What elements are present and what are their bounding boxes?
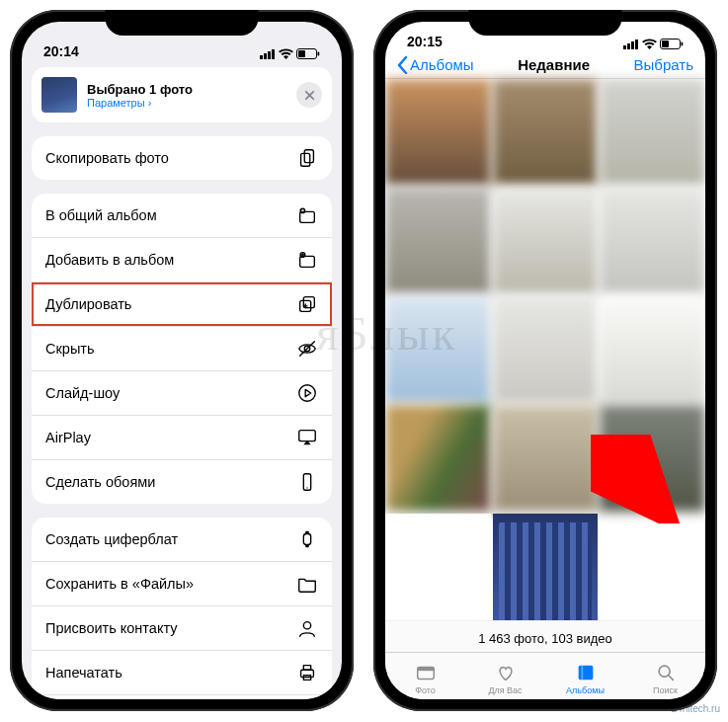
photo-thumb[interactable] <box>385 514 491 620</box>
select-button[interactable]: Выбрать <box>634 56 693 73</box>
photo-thumb[interactable] <box>600 405 705 512</box>
tab-search[interactable]: Поиск <box>625 653 705 699</box>
svg-rect-35 <box>682 42 684 46</box>
svg-rect-29 <box>623 45 626 49</box>
svg-rect-34 <box>662 40 669 47</box>
photo-thumb[interactable] <box>600 296 705 403</box>
library-status: 1 463 фото, 103 видео <box>385 620 705 652</box>
tab-albums[interactable]: Альбомы <box>545 653 625 699</box>
action-group: Скопировать фото <box>32 136 332 180</box>
svg-point-18 <box>299 385 316 402</box>
photo-thumb[interactable] <box>600 188 705 294</box>
action-copy[interactable]: Скопировать фото <box>32 136 332 180</box>
action-label: Слайд-шоу <box>45 385 120 401</box>
wallpaper-icon <box>296 471 318 493</box>
contact-icon <box>296 617 318 639</box>
svg-rect-1 <box>264 53 267 59</box>
svg-rect-27 <box>303 666 310 671</box>
back-label: Альбомы <box>410 56 474 73</box>
photo-thumb[interactable] <box>385 188 491 294</box>
action-group: Создать циферблатСохранить в «Файлы»Прис… <box>32 518 332 699</box>
action-label: Сделать обоями <box>45 474 155 490</box>
svg-line-17 <box>300 342 315 357</box>
action-hide[interactable]: Скрыть <box>32 327 332 371</box>
selected-thumbnail[interactable] <box>41 77 77 113</box>
status-time: 20:15 <box>407 34 443 49</box>
action-contact[interactable]: Присвоить контакту <box>32 606 332 651</box>
left-phone: 20:14 Выбрано 1 фото Параметры › Скопиро… <box>10 10 354 711</box>
action-files[interactable]: Сохранить в «Файлы» <box>32 562 332 606</box>
svg-rect-6 <box>318 52 320 56</box>
watchface-icon <box>296 528 318 550</box>
sheet-title: Выбрано 1 фото <box>87 82 193 97</box>
airplay-icon <box>296 427 318 448</box>
svg-rect-12 <box>300 256 315 267</box>
svg-point-25 <box>303 622 310 629</box>
svg-rect-22 <box>303 534 310 545</box>
slideshow-icon <box>296 382 318 404</box>
action-acrobat[interactable]: Импорт в Acrobat <box>32 695 332 699</box>
photo-thumb[interactable] <box>493 296 599 403</box>
action-label: Присвоить контакту <box>45 620 177 636</box>
photo-thumb[interactable] <box>493 188 599 294</box>
back-button[interactable]: Альбомы <box>397 56 474 74</box>
action-wallpaper[interactable]: Сделать обоями <box>32 460 332 504</box>
action-label: Скопировать фото <box>45 150 169 166</box>
svg-rect-24 <box>305 545 309 548</box>
nav-title: Недавние <box>518 56 590 73</box>
tab-label: Поиск <box>653 685 678 695</box>
action-group: В общий альбомДобавить в альбомДублирова… <box>32 194 332 504</box>
sheet-params-link[interactable]: Параметры › <box>87 97 193 109</box>
action-label: AirPlay <box>45 430 91 445</box>
close-button[interactable] <box>296 82 322 108</box>
photo-grid[interactable] <box>385 79 705 620</box>
print-icon <box>296 662 318 683</box>
svg-rect-32 <box>635 40 638 49</box>
action-label: В общий альбом <box>45 207 157 223</box>
notch <box>106 10 259 36</box>
photo-thumb[interactable] <box>385 296 491 403</box>
tab-photos[interactable]: Фото <box>385 653 465 699</box>
svg-rect-8 <box>301 153 310 166</box>
svg-rect-38 <box>578 665 593 680</box>
action-add-album[interactable]: Добавить в альбом <box>32 238 332 282</box>
tab-label: Фото <box>415 685 436 695</box>
action-watchface[interactable]: Создать циферблат <box>32 518 332 562</box>
status-time: 20:14 <box>43 43 79 59</box>
duplicate-icon <box>296 293 318 315</box>
photo-thumb[interactable] <box>600 79 705 186</box>
status-indicators <box>623 39 684 49</box>
share-sheet-screen: 20:14 Выбрано 1 фото Параметры › Скопиро… <box>22 22 342 699</box>
svg-point-11 <box>300 209 302 211</box>
status-indicators <box>260 48 320 59</box>
svg-rect-2 <box>268 51 271 59</box>
action-airplay[interactable]: AirPlay <box>32 416 332 460</box>
action-slideshow[interactable]: Слайд-шоу <box>32 371 332 416</box>
add-album-icon <box>296 249 318 271</box>
action-label: Скрыть <box>45 341 95 357</box>
tab-foryou[interactable]: Для Вас <box>465 653 545 699</box>
tab-label: Для Вас <box>488 685 522 695</box>
svg-rect-39 <box>581 665 583 680</box>
tab-label: Альбомы <box>566 685 605 695</box>
action-duplicate[interactable]: Дублировать <box>32 282 332 327</box>
photo-thumb[interactable] <box>493 405 599 512</box>
shared-album-icon <box>296 204 318 226</box>
photo-thumb[interactable] <box>493 79 599 186</box>
tab-bar: ФотоДля ВасАльбомыПоиск <box>385 652 705 699</box>
photo-thumb-duplicate[interactable] <box>493 514 599 620</box>
photo-thumb[interactable] <box>385 405 491 512</box>
svg-rect-7 <box>304 150 313 163</box>
sheet-header: Выбрано 1 фото Параметры › <box>32 67 332 122</box>
files-icon <box>296 573 318 595</box>
photo-thumb[interactable] <box>385 79 491 186</box>
action-shared-album[interactable]: В общий альбом <box>32 194 332 238</box>
svg-rect-26 <box>301 670 314 677</box>
svg-rect-23 <box>305 531 309 534</box>
action-label: Дублировать <box>45 296 131 312</box>
svg-rect-0 <box>260 55 263 59</box>
hide-icon <box>296 338 318 360</box>
svg-point-21 <box>306 487 307 488</box>
action-print[interactable]: Напечатать <box>32 651 332 695</box>
svg-rect-31 <box>631 41 634 49</box>
